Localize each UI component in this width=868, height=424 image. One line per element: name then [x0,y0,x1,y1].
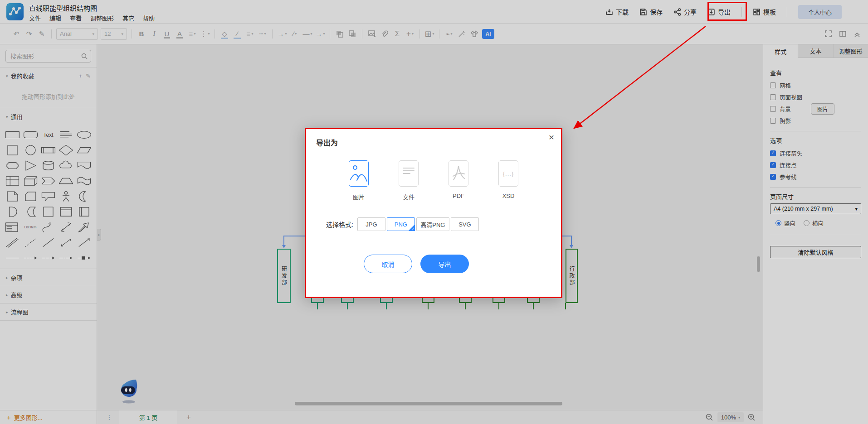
export-type-image[interactable]: 图片 [349,160,369,201]
check-icon: ✓ [411,227,414,231]
dialog-title: 导出为 [306,129,561,148]
format-hd-png-button[interactable]: 高清PNG [416,217,449,231]
export-type-xsd[interactable]: {...} XSD [498,160,518,201]
format-jpg-button[interactable]: JPG [357,217,385,231]
braces-icon: {...} [503,170,514,177]
confirm-export-button[interactable]: 导出 [420,255,469,273]
close-icon[interactable]: × [549,132,554,143]
format-png-button[interactable]: PNG ✓ [387,217,415,231]
format-label: 选择格式: [326,220,353,229]
export-type-row: 图片 文件 PDF {...} XSD [306,160,561,201]
dialog-buttons: 取消 导出 [289,255,544,273]
format-row: 选择格式: JPG PNG ✓ 高清PNG SVG [326,217,561,231]
image-icon [350,162,367,185]
pdf-icon [451,164,466,183]
export-type-pdf[interactable]: PDF [449,160,468,201]
export-type-file[interactable]: 文件 [399,160,419,201]
file-icon [402,164,415,183]
export-dialog: 导出为 × 图片 文件 [305,128,562,298]
format-svg-button[interactable]: SVG [451,217,479,231]
cancel-button[interactable]: 取消 [364,255,412,273]
